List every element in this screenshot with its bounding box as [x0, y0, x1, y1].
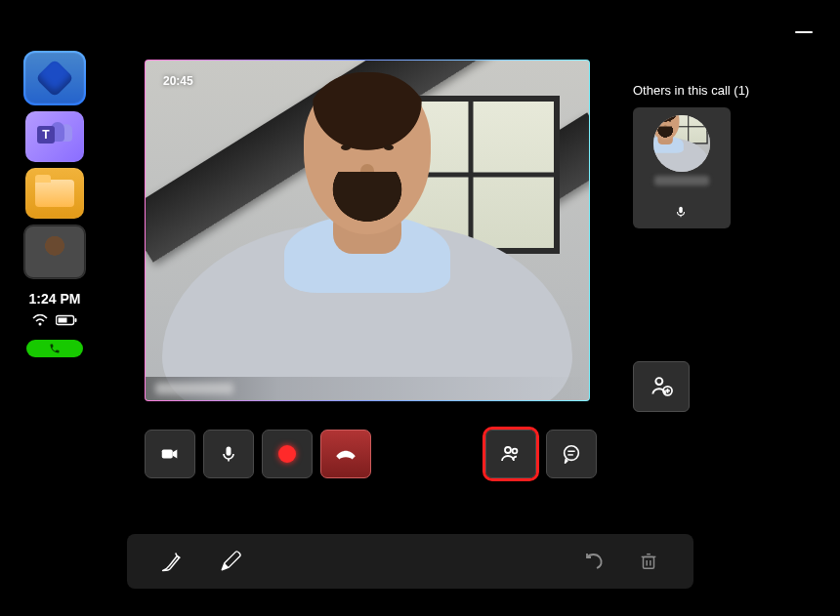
call-duration: 20:45	[163, 74, 193, 88]
call-controls-right	[485, 430, 597, 478]
pen-icon	[157, 547, 187, 576]
video-name-bar	[146, 377, 589, 400]
svg-point-15	[565, 446, 579, 461]
others-panel: Others in this call (1)	[633, 83, 749, 228]
svg-rect-3	[59, 318, 67, 323]
undo-icon	[582, 550, 606, 573]
status-icons	[32, 314, 77, 326]
mic-icon	[674, 205, 690, 221]
folder-icon	[35, 180, 74, 207]
rail-item-files[interactable]	[25, 168, 84, 219]
add-person-button[interactable]	[633, 361, 690, 412]
mic-button[interactable]	[203, 430, 254, 478]
other-participant-card[interactable]	[633, 107, 731, 228]
phone-icon	[49, 343, 61, 354]
main-video: 20:45	[145, 60, 590, 401]
svg-rect-2	[75, 318, 77, 322]
rail-item-contact[interactable]	[23, 225, 86, 279]
pencil-icon	[217, 548, 244, 575]
app-rail: T 1:24 PM	[23, 51, 86, 357]
svg-rect-10	[162, 449, 173, 458]
ink-toolbar	[127, 534, 693, 589]
svg-point-13	[505, 447, 511, 453]
home-icon	[35, 59, 74, 98]
record-button[interactable]	[262, 430, 313, 478]
wifi-icon	[32, 314, 48, 326]
minimize-button[interactable]	[795, 31, 813, 33]
call-status-pill[interactable]	[26, 340, 83, 357]
undo-tool[interactable]	[574, 542, 613, 581]
people-button[interactable]	[485, 430, 536, 478]
rail-item-home[interactable]	[23, 51, 86, 105]
trash-icon	[638, 551, 659, 572]
person-add-icon	[649, 374, 674, 399]
camera-icon	[159, 443, 181, 465]
record-icon	[278, 445, 296, 463]
svg-rect-11	[227, 447, 231, 456]
call-controls-left	[145, 430, 371, 478]
other-name-blurred	[654, 176, 709, 185]
delete-tool[interactable]	[629, 542, 668, 581]
svg-point-6	[655, 378, 662, 385]
other-avatar	[653, 115, 710, 172]
people-icon	[499, 442, 523, 466]
clock: 1:24 PM	[29, 291, 81, 307]
chat-button[interactable]	[546, 430, 597, 478]
pencil-tool[interactable]	[211, 542, 250, 581]
svg-rect-18	[644, 556, 654, 568]
avatar-icon	[25, 226, 84, 277]
svg-point-0	[39, 323, 42, 326]
battery-icon	[56, 314, 77, 326]
pen-tool[interactable]	[152, 542, 191, 581]
hangup-icon	[333, 441, 358, 467]
chat-icon	[561, 443, 582, 465]
rail-item-teams[interactable]: T	[25, 111, 84, 162]
participant-name-blurred	[155, 383, 233, 394]
hangup-button[interactable]	[320, 430, 371, 478]
svg-point-14	[513, 449, 518, 454]
others-title: Others in this call (1)	[633, 83, 749, 98]
camera-button[interactable]	[145, 430, 195, 478]
mic-icon	[219, 444, 238, 464]
teams-icon: T	[35, 122, 74, 151]
svg-rect-4	[679, 207, 683, 213]
